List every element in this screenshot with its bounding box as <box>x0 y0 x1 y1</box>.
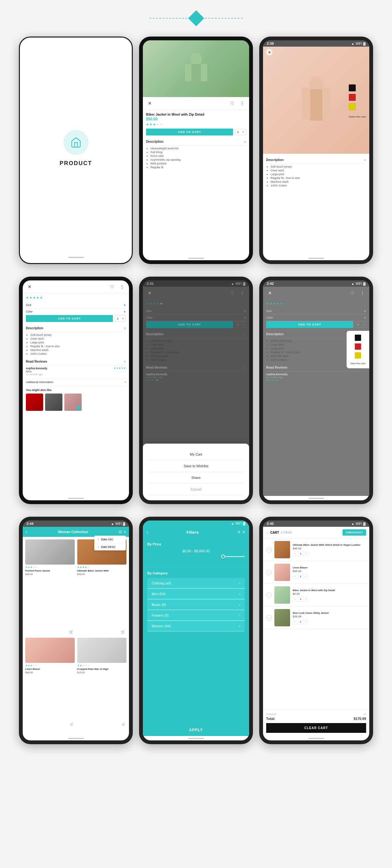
status-icons-7: ▲WiFi▓ <box>111 522 125 526</box>
qty-minus-4[interactable]: − <box>293 620 298 624</box>
color-black[interactable] <box>349 85 356 91</box>
cart-icon-card-4[interactable]: 🛒 <box>122 723 125 726</box>
sheet-cancel[interactable]: Cancel <box>148 484 244 495</box>
total-label-9: Total: <box>266 717 275 720</box>
more-icon-2[interactable]: ⋮ <box>239 99 246 107</box>
phone-8-screen: ▲WiFi▓ ‹ Filters ↺ ✕ By Price $0.00 - $9… <box>143 521 249 740</box>
color-swatch-black-6[interactable] <box>355 335 361 341</box>
qty-plus-4[interactable]: + <box>303 620 308 624</box>
close-icon-6[interactable]: ✕ <box>266 289 274 297</box>
heart-icon-4[interactable]: ♡ <box>108 283 116 290</box>
color-selector-6[interactable]: Color ∨ <box>266 314 366 321</box>
apply-btn-8[interactable]: APPLY <box>143 724 249 736</box>
cart-img-1 <box>274 541 290 558</box>
product-card-1[interactable]: ♡ ★ ★ ★ ★ ★ Printed Panel Jacket $48.00 … <box>25 539 75 635</box>
remove-item-1[interactable]: − <box>266 547 272 553</box>
remove-item-2[interactable]: − <box>266 570 272 575</box>
clear-cart-btn-9[interactable]: CLEAR CART <box>266 723 366 733</box>
qty-arrow-2[interactable]: ▼ <box>241 130 246 134</box>
card-stars-4: ★ ★ ★ ★ ★ <box>77 664 127 667</box>
desc-header-4: Description ∧ <box>26 324 126 332</box>
reviewer-name-4: sophia.kennedy <box>26 367 47 370</box>
product-title-2: Biker Jacket in Wool with Zip Detail <box>146 113 246 116</box>
qty-minus-3[interactable]: − <box>293 597 298 601</box>
select-color-label: Select the color <box>349 115 366 118</box>
color-swatch-red-6[interactable] <box>355 343 361 350</box>
expand-icon-9[interactable]: ∨ <box>266 531 269 534</box>
reviews-arrow-4: ∧ <box>123 360 126 363</box>
grid-icon-7[interactable]: ≡ <box>123 530 126 534</box>
jacket-silhouette <box>184 50 209 88</box>
price-range-label-8: $0.00 - $9,000.00 <box>147 549 245 553</box>
thumb-3[interactable]: 🛒 <box>64 394 82 411</box>
qty-plus-2[interactable]: + <box>303 575 308 579</box>
time-9: 2:45 <box>267 522 274 526</box>
thumb-1[interactable] <box>26 394 43 411</box>
category-footers[interactable]: Footers (5) › <box>147 610 245 621</box>
checkout-btn-9[interactable]: CHECKOUT <box>342 529 366 536</box>
cart-name-1: Ultimate Biker Jacket With Stitch Detail… <box>293 544 366 546</box>
color-red[interactable] <box>349 94 356 101</box>
refresh-icon-8[interactable]: ↺ <box>237 530 240 534</box>
product-card-4[interactable]: ♡ ★ ★ ★ ★ ★ Cropped Rain Mac In High $15… <box>77 638 127 734</box>
reviews-header-4[interactable]: Read Reviews ∧ <box>26 358 126 366</box>
size-selector-4[interactable]: Size ∨ <box>26 302 126 308</box>
more-icon-4[interactable]: ⋮ <box>118 283 126 290</box>
product-label: PRODUCT <box>60 160 92 167</box>
qty-arrow-6[interactable]: ▼ <box>361 322 366 327</box>
color-swatch-yellow-6[interactable] <box>355 352 361 359</box>
qty-minus-2[interactable]: − <box>293 575 298 579</box>
category-music[interactable]: Music (8) › <box>147 599 245 610</box>
close-icon-2[interactable]: ✕ <box>146 99 153 107</box>
additional-info-row-4[interactable]: Additional Information › <box>26 378 126 386</box>
you-might-like-label-4: You might also like <box>26 389 126 392</box>
add-to-cart-btn-4[interactable]: ADD TO CART <box>26 315 113 322</box>
add-to-cart-btn-6[interactable]: ADD TO CART <box>266 321 353 328</box>
heart-icon-card-4[interactable]: ♡ <box>122 639 125 643</box>
heart-icon-card-3[interactable]: ♡ <box>70 639 74 643</box>
cart-title-9: CART <box>270 531 279 534</box>
color-selector-4[interactable]: Color ∨ <box>26 308 126 315</box>
cart-items-list-9: − Ultimate Biker Jacket With Stitch Deta… <box>263 538 369 709</box>
product-card-3[interactable]: ♡ ★ ★ ★ ★ ★ Linen Blazer $48.00 🛒 <box>25 638 75 734</box>
qty-val-3: 1 <box>298 597 303 601</box>
qty-arrow-4[interactable]: ▼ <box>120 317 125 321</box>
qty-minus-1[interactable]: − <box>293 552 298 556</box>
sort-desc-7[interactable]: ↓ Date DESC <box>94 543 126 550</box>
cart-item-4: − New Look Camo Utility Jacket $38.99 − … <box>263 607 369 629</box>
qty-plus-1[interactable]: + <box>303 552 308 556</box>
sort-asc-icon-7: ↑ <box>97 537 99 541</box>
phone-3-screen: 2:38 ▲ WiFi ▓ S <box>263 40 369 260</box>
heart-icon-card-1[interactable]: ♡ <box>70 541 74 545</box>
sheet-my-cart[interactable]: My Cart <box>148 448 244 460</box>
remove-item-4[interactable]: − <box>266 615 272 621</box>
cart-total-row-9: Total: $170.99 <box>266 717 366 720</box>
category-clothing[interactable]: Clothing (all) › <box>147 578 245 589</box>
product-card-2[interactable]: ♡ ★ ★ ★ ★ ★ Ultimate Biker Jacket With $… <box>77 539 127 635</box>
cart-price-1: $48.00 <box>293 547 366 550</box>
close-icon-4[interactable]: ✕ <box>26 283 33 290</box>
category-men[interactable]: Men (54) › <box>147 589 245 599</box>
sheet-share[interactable]: Share <box>148 472 244 484</box>
remove-item-3[interactable]: − <box>266 592 272 598</box>
cart-icon-card-3[interactable]: 🛒 <box>70 723 74 726</box>
color-yellow[interactable] <box>349 103 356 110</box>
sort-asc-7[interactable]: ↑ Date ASC <box>94 536 126 543</box>
heart-icon-2[interactable]: ♡ <box>228 99 236 107</box>
size-label-6: Size <box>266 309 272 313</box>
category-women[interactable]: Women (44) › <box>147 621 245 631</box>
more-icon-6[interactable]: ⋮ <box>359 289 366 297</box>
close-icon-3[interactable]: ✕ <box>266 49 273 56</box>
sheet-save-wishlist[interactable]: Save to Wishlist <box>148 460 244 472</box>
cart-icon-card-2[interactable]: 🛒 <box>121 630 125 634</box>
cart-icon-card-1[interactable]: 🛒 <box>69 630 74 634</box>
close-filter-icon-8[interactable]: ✕ <box>242 530 245 534</box>
filter-icon-7[interactable]: ⊟ <box>118 530 122 534</box>
qty-plus-3[interactable]: + <box>303 597 308 601</box>
add-to-cart-btn-2[interactable]: ADD TO CART <box>146 128 233 135</box>
size-selector-6[interactable]: Size ∨ <box>266 308 366 314</box>
range-thumb-8[interactable] <box>221 555 225 559</box>
heart-icon-6[interactable]: ♡ <box>348 289 356 297</box>
cart-footer-9: Products 14 Total: $170.99 CLEAR CART <box>263 709 369 736</box>
thumb-2[interactable] <box>45 394 62 411</box>
